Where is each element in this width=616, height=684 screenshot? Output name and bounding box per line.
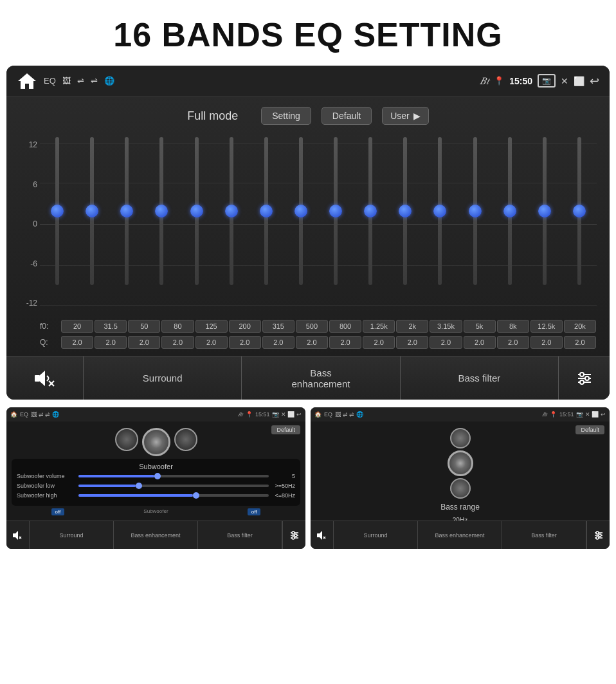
thumb1-default-btn[interactable]: Default [271,425,300,434]
slider-thumb-11[interactable] [433,205,446,217]
toolbar-eq-adjust[interactable] [558,356,610,400]
slider-thumb-8[interactable] [329,205,342,217]
thumb2-surround-tab[interactable]: Surround [334,521,418,549]
slider-thumb-15[interactable] [573,205,586,217]
sub-low-slider[interactable] [78,485,269,487]
thumb2-eq-icon[interactable] [586,521,610,549]
freq-cell-12[interactable]: 5k [464,320,496,333]
close-icon[interactable]: ✕ [561,76,568,86]
slider-thumb-14[interactable] [538,205,551,217]
bass-filter-tab[interactable]: Bass filter [401,356,558,400]
slider-col-8[interactable] [318,134,353,314]
slider-thumb-0[interactable] [51,205,64,217]
q-cell-13[interactable]: 2.0 [497,336,529,349]
thumb2-bass-filter-tab[interactable]: Bass filter [502,521,586,549]
slider-col-12[interactable] [458,134,493,314]
q-cell-5[interactable]: 2.0 [229,336,261,349]
slider-thumb-2[interactable] [120,205,133,217]
q-cell-1[interactable]: 2.0 [95,336,127,349]
bass-enhancement-tab[interactable]: Bass enhancement [242,356,400,400]
slider-col-14[interactable] [527,134,562,314]
home-icon[interactable] [17,72,37,90]
slider-track-3[interactable] [159,137,163,285]
slider-track-15[interactable] [577,137,581,285]
freq-cell-13[interactable]: 8k [497,320,529,333]
slider-track-9[interactable] [368,137,372,285]
q-cell-9[interactable]: 2.0 [363,336,395,349]
q-cell-4[interactable]: 2.0 [195,336,228,349]
slider-thumb-9[interactable] [364,205,377,217]
thumb2-bass-enh-tab[interactable]: Bass enhancement [418,521,502,549]
slider-col-5[interactable] [214,134,249,314]
slider-thumb-7[interactable] [294,205,307,217]
thumb1-bass-enh-tab[interactable]: Bass enhancement [114,521,198,549]
sub-high-slider[interactable] [78,494,269,497]
thumb1-surround-tab[interactable]: Surround [30,521,114,549]
camera-icon[interactable]: 📷 [538,74,556,88]
q-cell-3[interactable]: 2.0 [161,336,194,349]
screen-icon[interactable]: ⬜ [574,76,584,86]
q-cell-15[interactable]: 2.0 [564,336,596,349]
thumb1-eq-icon[interactable] [282,521,305,549]
freq-cell-3[interactable]: 80 [161,320,194,333]
slider-track-10[interactable] [403,137,407,285]
q-cell-10[interactable]: 2.0 [396,336,428,349]
freq-cell-14[interactable]: 12.5k [530,320,563,333]
slider-track-2[interactable] [125,137,129,285]
slider-track-4[interactable] [195,137,199,285]
slider-col-13[interactable] [493,134,527,314]
sub-vol-slider[interactable] [78,475,269,477]
freq-cell-4[interactable]: 125 [195,320,228,333]
slider-col-11[interactable] [422,134,457,314]
slider-col-1[interactable] [75,134,109,314]
slider-col-4[interactable] [179,134,214,314]
q-cell-8[interactable]: 2.0 [329,336,361,349]
slider-track-13[interactable] [508,137,512,285]
thumb1-bass-filter-tab[interactable]: Bass filter [198,521,282,549]
slider-track-14[interactable] [543,137,547,285]
thumb2-vol[interactable] [311,521,334,549]
slider-thumb-13[interactable] [503,205,516,217]
slider-thumb-12[interactable] [469,205,482,217]
freq-cell-5[interactable]: 200 [229,320,261,333]
freq-cell-2[interactable]: 50 [128,320,160,333]
freq-cell-6[interactable]: 315 [262,320,294,333]
freq-cell-15[interactable]: 20k [564,320,596,333]
slider-track-1[interactable] [90,137,94,285]
freq-cell-11[interactable]: 3.15k [430,320,462,333]
toolbar-volume[interactable] [6,356,84,400]
slider-thumb-5[interactable] [225,205,238,217]
freq-cell-0[interactable]: 20 [61,320,93,333]
back-icon[interactable]: ↩ [590,74,599,88]
q-cell-6[interactable]: 2.0 [262,336,294,349]
thumb2-default-btn[interactable]: Default [575,425,604,434]
q-cell-2[interactable]: 2.0 [128,336,160,349]
q-cell-0[interactable]: 2.0 [61,336,93,349]
slider-thumb-10[interactable] [399,205,412,217]
freq-cell-10[interactable]: 2k [396,320,428,333]
slider-thumb-4[interactable] [190,205,203,217]
sub-high-thumb[interactable] [193,492,199,499]
slider-col-6[interactable] [249,134,284,314]
freq-cell-8[interactable]: 800 [329,320,361,333]
slider-thumb-3[interactable] [155,205,168,217]
slider-thumb-1[interactable] [86,205,98,217]
freq-cell-1[interactable]: 31.5 [95,320,127,333]
slider-track-7[interactable] [299,137,303,285]
thumb1-vol[interactable] [6,521,30,549]
default-button[interactable]: Default [322,107,372,125]
q-cell-11[interactable]: 2.0 [430,336,462,349]
slider-track-12[interactable] [473,137,477,285]
slider-col-9[interactable] [353,134,388,314]
q-cell-14[interactable]: 2.0 [530,336,563,349]
surround-tab[interactable]: Surround [84,356,242,400]
sub-vol-thumb[interactable] [154,473,161,479]
sub-low-thumb[interactable] [136,483,142,489]
slider-col-7[interactable] [284,134,318,314]
slider-col-0[interactable] [40,134,75,314]
slider-track-8[interactable] [334,137,338,285]
slider-thumb-6[interactable] [260,205,273,217]
slider-col-2[interactable] [109,134,144,314]
slider-col-3[interactable] [144,134,179,314]
q-cell-7[interactable]: 2.0 [296,336,328,349]
